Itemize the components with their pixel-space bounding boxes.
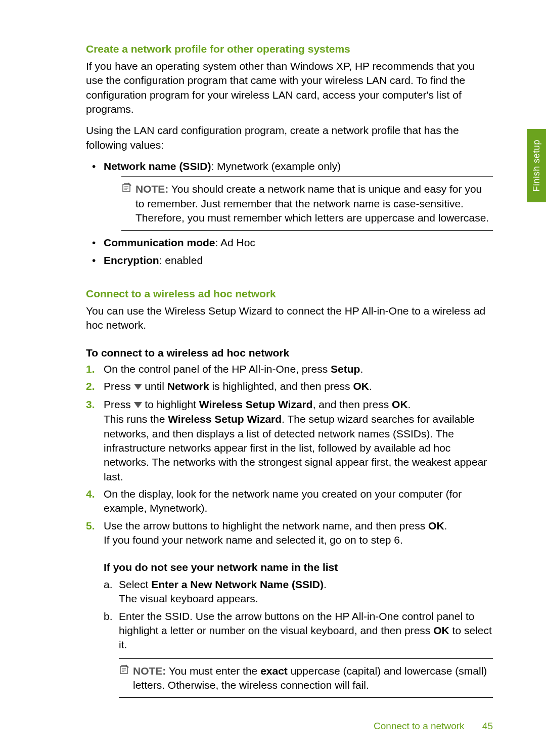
step-item-5: Use the arrow buttons to highlight the n… [86, 519, 493, 698]
step-item-3: Press to highlight Wireless Setup Wizard… [86, 397, 493, 484]
step-item-4: On the display, look for the network nam… [86, 487, 493, 516]
bullet-item: Communication mode: Ad Hoc [86, 236, 493, 250]
section1-bullet-list: Network name (SSID): Mynetwork (example … [86, 159, 493, 268]
bullet-item: Network name (SSID): Mynetwork (example … [86, 159, 493, 231]
nested-heading: If you do not see your network name in t… [104, 560, 493, 574]
section1-para1: If you have an operating system other th… [86, 59, 493, 116]
section1-heading: Create a network profile for other opera… [86, 43, 493, 55]
bullet-item: Encryption: enabled [86, 253, 493, 268]
section2-subheading: To connect to a wireless ad hoc network [86, 347, 493, 359]
section2-heading: Connect to a wireless ad hoc network [86, 288, 493, 300]
bullet3-value: : enabled [159, 254, 203, 266]
section2-para1: You can use the Wireless Setup Wizard to… [86, 304, 493, 333]
note-icon [119, 664, 130, 679]
footer-section: Connect to a network [374, 721, 465, 731]
alpha-list: Select Enter a New Network Name (SSID). … [104, 577, 493, 698]
bullet2-value: : Ad Hoc [215, 237, 255, 248]
down-arrow-icon [134, 398, 142, 412]
down-arrow-icon [134, 380, 142, 394]
page-footer: Connect to a network 45 [374, 721, 493, 732]
note-icon [121, 182, 132, 197]
note2-label: NOTE: [133, 665, 166, 677]
numbered-list: On the control panel of the HP All-in-On… [86, 362, 493, 698]
svg-marker-5 [134, 402, 142, 408]
page-content: Create a network profile for other opera… [0, 0, 546, 731]
note1-label: NOTE: [135, 183, 168, 195]
bullet3-label: Encryption [104, 254, 159, 266]
step-b: Enter the SSID. Use the arrow buttons on… [104, 609, 493, 698]
note-box-1: NOTE: You should create a network name t… [121, 176, 493, 231]
section1-para2: Using the LAN card configuration program… [86, 123, 493, 152]
bullet1-value: : Mynetwork (example only) [211, 160, 341, 172]
footer-page-number: 45 [482, 721, 493, 731]
svg-marker-4 [134, 384, 142, 390]
note-box-2: NOTE: You must enter the exact uppercase… [119, 658, 493, 698]
step-a: Select Enter a New Network Name (SSID). … [104, 577, 493, 606]
step-item-2: Press until Network is highlighted, and … [86, 379, 493, 394]
bullet2-label: Communication mode [104, 237, 215, 248]
note1-text: You should create a network name that is… [135, 183, 489, 224]
step-item-1: On the control panel of the HP All-in-On… [86, 362, 493, 376]
bullet1-label: Network name (SSID) [104, 160, 211, 172]
